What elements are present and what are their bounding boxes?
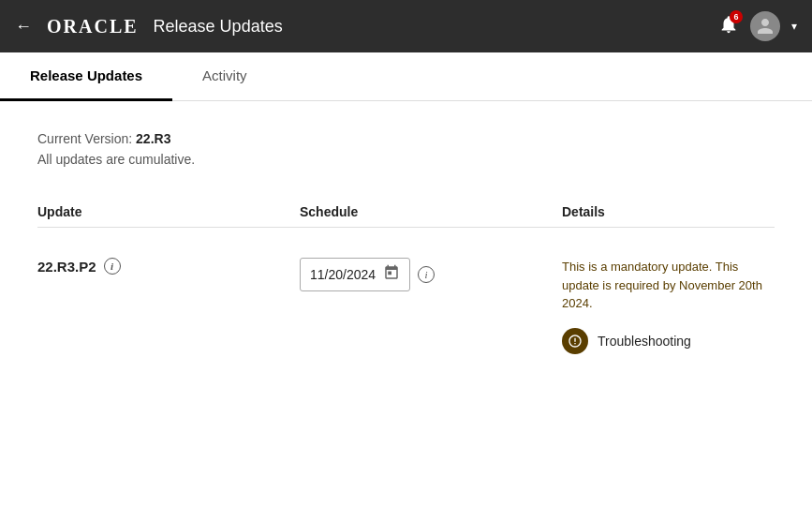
update-name-cell: 22.R3.P2 i — [37, 258, 300, 275]
header-left: ← ORACLE Release Updates — [15, 16, 283, 37]
troubleshoot-label[interactable]: Troubleshooting — [598, 334, 691, 349]
app-header: ← ORACLE Release Updates 6 ▾ — [0, 0, 812, 52]
version-value: 22.R3 — [136, 131, 170, 146]
table-row: 22.R3.P2 i 11/20/2024 i This is a mandat… — [37, 243, 775, 369]
calendar-icon — [383, 264, 400, 285]
cumulative-text: All updates are cumulative. — [37, 152, 775, 167]
tab-release-updates[interactable]: Release Updates — [0, 52, 172, 101]
date-value: 11/20/2024 — [310, 267, 376, 282]
version-label: Current Version: — [37, 131, 132, 146]
schedule-info-icon[interactable]: i — [418, 266, 435, 283]
header-right: 6 ▾ — [718, 11, 797, 41]
tab-bar: Release Updates Activity — [0, 52, 812, 101]
table-header: Update Schedule Details — [37, 197, 775, 228]
date-input[interactable]: 11/20/2024 — [300, 258, 410, 291]
notification-bell[interactable]: 6 — [718, 14, 739, 39]
version-line: Current Version: 22.R3 — [37, 131, 775, 146]
user-dropdown-arrow[interactable]: ▾ — [791, 20, 797, 33]
tab-activity[interactable]: Activity — [172, 52, 277, 101]
oracle-logo: ORACLE — [47, 16, 139, 37]
troubleshooting-row: Troubleshooting — [562, 328, 775, 354]
schedule-cell: 11/20/2024 i — [300, 258, 562, 291]
user-avatar[interactable] — [750, 11, 780, 41]
version-info: Current Version: 22.R3 All updates are c… — [37, 131, 775, 167]
details-mandatory-text: This is a mandatory update. This update … — [562, 258, 775, 313]
details-cell: This is a mandatory update. This update … — [562, 258, 775, 354]
update-info-icon[interactable]: i — [104, 258, 121, 275]
col-header-schedule: Schedule — [300, 204, 562, 219]
troubleshoot-icon — [562, 328, 588, 354]
col-header-details: Details — [562, 204, 775, 219]
notification-count: 6 — [730, 10, 743, 23]
main-content: Current Version: 22.R3 All updates are c… — [0, 101, 812, 399]
back-button[interactable]: ← — [15, 17, 32, 37]
update-name-value: 22.R3.P2 — [37, 259, 96, 275]
col-header-update: Update — [37, 204, 300, 219]
header-title: Release Updates — [154, 17, 283, 37]
